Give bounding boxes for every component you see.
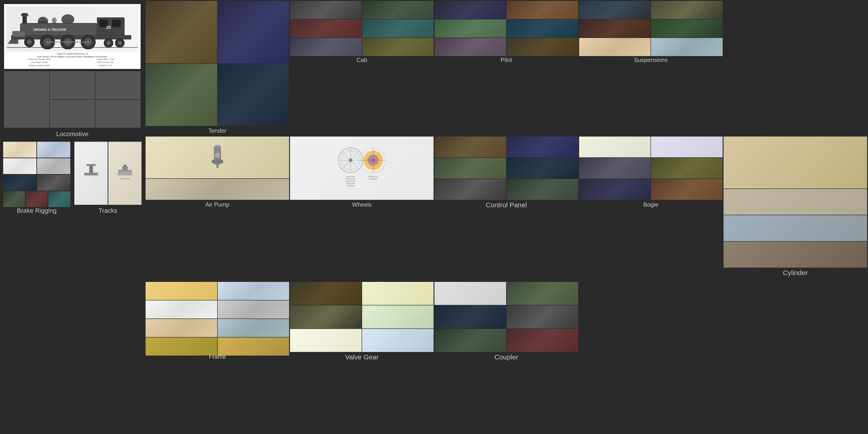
vg-img-4 [362,305,434,329]
coupler-img-4 [506,305,578,329]
brake-rigging-label: Brake Rigging [3,205,70,216]
brake-bottom [3,191,70,205]
coupler-img-3 [434,305,506,329]
tender-img-4 [218,64,289,126]
svg-point-52 [215,153,220,158]
frame-card: Frame [146,282,289,433]
svg-text:Back face rim: Back face rim [346,180,355,182]
frame-label: Frame [146,352,289,362]
loco-specs: Virginia & Truckee Railroad No. 25 Built… [6,53,138,67]
susp-img-3 [579,20,651,37]
tracks-label: Tracks [74,205,142,216]
bogie-label: Bogie [579,200,723,210]
tender-card: Tender [146,1,289,135]
tender-img-1 [146,1,217,63]
tracks-img-2: Track Profile [108,142,142,205]
bogie-images [579,136,723,200]
svg-rect-11 [112,20,121,27]
cab-img-6 [362,38,434,56]
svg-point-28 [107,42,110,44]
cp-img-1 [434,136,506,157]
brake-img-3 [3,158,36,174]
coupler-img-6 [506,329,578,352]
tender-img-2 [218,1,289,63]
svg-rect-45 [118,170,132,172]
cp-img-3 [434,158,506,179]
air-pump-label: Air Pump [146,200,289,210]
valve-gear-images [290,282,434,352]
bogie-img-3 [579,158,651,179]
cab-card: Cab [290,1,434,135]
bogie-img-1 [579,136,651,157]
svg-rect-48 [118,172,132,176]
svg-text:Wheel hub: Wheel hub [369,178,377,180]
air-pump-card: Air Pump [146,136,289,281]
brake-rigging-section: Brake Rigging [2,141,71,217]
frame-img-6 [218,319,289,337]
cyl-img-2 [723,189,867,215]
wheels-images: Wheel tread Wheel flange Back face rim W… [290,136,434,200]
locomotive-drawing: VIRGINIA & TRUCKEE 25 [6,6,138,52]
tracks-img-1 [74,142,107,205]
pilot-img-2 [506,1,578,19]
locomotive-label: Locomotive [2,128,143,139]
svg-rect-53 [212,160,223,163]
cab-img-3 [290,20,362,37]
suspensions-images [579,1,723,55]
svg-rect-47 [124,165,126,166]
vg-img-2 [362,282,434,305]
svg-text:VIRGINIA & TRUCKEE: VIRGINIA & TRUCKEE [33,28,66,31]
brake-img-4 [37,158,70,174]
cp-img-2 [506,136,578,157]
loco-photo-2 [50,71,95,99]
loco-spec-grid: Construction Number: 25016 Tractive Effo… [6,58,138,67]
cp-img-5 [434,179,506,200]
vg-img-3 [290,305,362,329]
cab-img-4 [362,20,434,37]
bottom-left-sections: Brake Rigging [2,141,143,209]
air-pump-svg [209,144,226,171]
coupler-images [434,282,578,352]
vg-img-1 [290,282,362,305]
svg-rect-39 [89,166,93,173]
pilot-img-5 [434,38,506,56]
svg-text:Wheel flange: Wheel flange [346,178,355,180]
top-right-empty [723,1,867,135]
tender-images [146,1,289,126]
susp-img-2 [651,1,723,19]
svg-rect-46 [122,166,128,170]
pilot-label: Pilot [434,55,578,65]
loco-built: Built January 1905 by Baldwin Locomotive… [6,55,138,58]
cab-label: Cab [290,55,434,65]
pilot-img-3 [434,20,506,37]
brake-img-1 [3,142,36,158]
locomotive-blueprint: VIRGINIA & TRUCKEE 25 Virginia & Truckee… [4,4,141,69]
svg-point-16 [29,41,30,43]
coupler-img-5 [434,329,506,352]
loco-photo-3 [95,71,141,99]
coupler-card: Coupler [434,282,578,433]
svg-rect-38 [87,164,96,166]
svg-rect-54 [216,163,219,168]
svg-text:Wheel tread: Wheel tread [346,176,355,178]
tracks-images: Track Profile [74,142,142,205]
pilot-img-4 [506,20,578,37]
cab-img-2 [362,1,434,19]
cp-img-4 [506,158,578,179]
valve-gear-label: Valve Gear [290,352,434,362]
cyl-img-4 [723,242,867,268]
right-column: Tender Cab Pilot [145,0,868,434]
tracks-svg [80,163,102,183]
air-pump-img-2 [146,179,289,200]
susp-img-4 [651,20,723,37]
svg-marker-13 [8,39,18,43]
pilot-images [434,1,578,55]
svg-text:Front face rim: Front face rim [368,176,378,178]
bogie-img-4 [651,158,723,179]
svg-text:Wheel plate: Wheel plate [346,183,355,184]
frame-images [146,282,289,352]
loco-photo-5 [95,100,141,128]
control-panel-card: Control Panel [434,136,578,281]
air-pump-images [146,136,289,200]
svg-text:Wheel bore: Wheel bore [346,185,355,186]
